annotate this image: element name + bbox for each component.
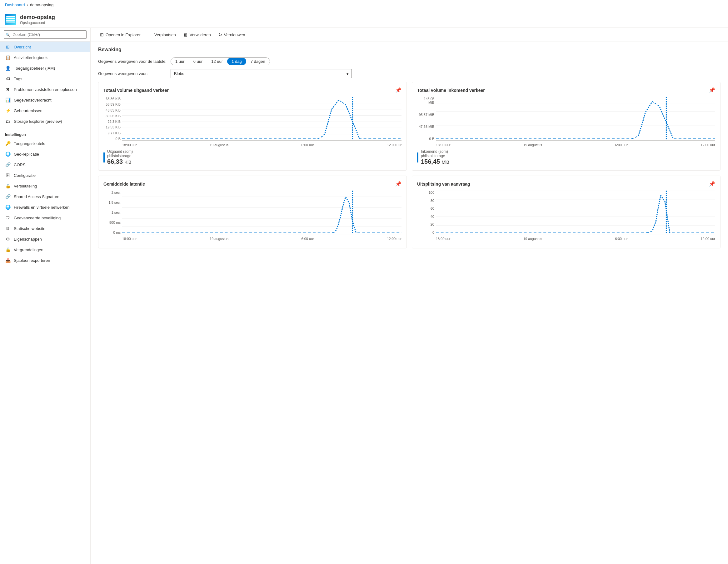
sidebar-section-instellingen: Instellingen: [0, 129, 90, 138]
delete-button[interactable]: 🗑 Verwijderen: [180, 30, 214, 39]
sidebar-item-problemen[interactable]: ✖ Problemen vaststellen en oplossen: [0, 84, 90, 95]
properties-icon: ⚙: [5, 236, 11, 242]
content-body: Bewaking Gegevens weergeven voor de laat…: [91, 42, 728, 253]
sidebar-item-vergrendelingen[interactable]: 🔒 Vergrendelingen: [0, 244, 90, 255]
security-icon: 🛡: [5, 215, 11, 221]
pin-icon-aanvraag[interactable]: 📌: [709, 181, 715, 187]
time-filter-label: Gegevens weergeven voor de laatste:: [98, 59, 167, 64]
sidebar-item-toegangssleutels[interactable]: 🔑 Toegangssleutels: [0, 138, 90, 149]
sidebar-item-label: Vergrendelingen: [14, 247, 43, 252]
sidebar-item-firewalls[interactable]: 🌐 Firewalls en virtuele netwerken: [0, 202, 90, 212]
chart-legend-uitgaand: Uitgaand (som) philstolstorage 66,33 KiB: [103, 149, 401, 165]
time-btn-6uur[interactable]: 6 uur: [189, 58, 207, 65]
sidebar-item-statische[interactable]: 🖥 Statische website: [0, 223, 90, 234]
legend-account-uitgaand: philstolstorage: [107, 154, 133, 158]
sidebar-item-overzicht[interactable]: ⊞ Overzicht: [0, 42, 90, 52]
sidebar-search-container: [0, 28, 90, 42]
firewall-icon: 🌐: [5, 204, 11, 210]
sidebar-item-label: Gegevensoverdracht: [14, 98, 52, 102]
sidebar-item-gebeurtenissen[interactable]: ⚡ Gebeurtenissen: [0, 105, 90, 116]
charts-grid: Totaal volume uitgaand verkeer 📌 68,36 K…: [98, 82, 721, 248]
sidebar-item-versleuteling[interactable]: 🔒 Versleuteling: [0, 181, 90, 191]
sidebar-item-storage-explorer[interactable]: 🗂 Storage Explorer (preview): [0, 116, 90, 127]
breadcrumb-separator: ›: [27, 2, 28, 7]
sidebar-item-label: Statische website: [14, 226, 45, 231]
sidebar-item-cors[interactable]: 🔗 CORS: [0, 159, 90, 170]
config-icon: 🗄: [5, 172, 11, 178]
breadcrumb: Dashboard › demo-opslag: [0, 0, 728, 10]
time-btn-12uur[interactable]: 12 uur: [207, 58, 227, 65]
chart-aanvraag: Uitsplitsing van aanvraag 📌 100 80 60 40…: [412, 176, 721, 248]
pin-icon-inkomend[interactable]: 📌: [709, 87, 715, 93]
refresh-label: Vernieuwen: [224, 32, 245, 37]
pin-icon-uitgaand[interactable]: 📌: [395, 87, 401, 93]
open-explorer-button[interactable]: ⊞ Openen in Explorer: [97, 30, 144, 39]
chart-x-labels-uitgaand: 18:00 uur 19 augustus 6:00 uur 12.00 uur: [122, 143, 401, 147]
page-header-text: demo-opslag Opslagaccount: [20, 14, 55, 25]
sidebar-item-activiteitenlogboek[interactable]: 📋 Activiteitenlogboek: [0, 52, 90, 63]
transfer-icon: 📊: [5, 97, 11, 103]
log-icon: 📋: [5, 55, 11, 60]
sidebar-item-gegevensoverdracht[interactable]: 📊 Gegevensoverdracht: [0, 95, 90, 105]
refresh-icon: ↻: [218, 32, 222, 37]
chart-header-latentie: Gemiddelde latentie 📌: [103, 181, 401, 187]
search-wrap: [4, 30, 87, 39]
sidebar-item-geavanceerde[interactable]: 🛡 Geavanceerde beveiliging: [0, 212, 90, 223]
sidebar-item-label: Geavanceerde beveiliging: [14, 216, 61, 220]
chart-title-uitgaand: Totaal volume uitgaand verkeer: [103, 88, 169, 93]
time-filter-row: Gegevens weergeven voor de laatste: 1 uu…: [98, 57, 721, 65]
export-icon: 📤: [5, 257, 11, 263]
chart-inkomend: Totaal volume inkomend verkeer 📌 143,05 …: [412, 82, 721, 171]
data-type-dropdown[interactable]: Blobs Files Tables Queues: [171, 69, 352, 78]
time-buttons: 1 uur 6 uur 12 uur 1 dag 7 dagen: [171, 57, 270, 65]
delete-icon: 🗑: [183, 32, 188, 37]
chart-area-inkomend: 143,05 MiB 95,37 MiB 47,68 MiB 0 B: [417, 97, 715, 147]
website-icon: 🖥: [5, 226, 11, 231]
delete-label: Verwijderen: [190, 32, 211, 37]
chart-title-aanvraag: Uitsplitsing van aanvraag: [417, 182, 470, 187]
chart-title-latentie: Gemiddelde latentie: [103, 182, 145, 187]
page-header: demo-opslag Opslagaccount: [0, 10, 728, 28]
time-btn-1dag[interactable]: 1 dag: [227, 58, 246, 65]
legend-text-inkomend: Inkomend (som) philstolstorage 156,45 Mi…: [421, 149, 449, 165]
chart-uitgaand: Totaal volume uitgaand verkeer 📌 68,36 K…: [98, 82, 407, 171]
legend-series-inkomend: Inkomend (som): [421, 149, 449, 154]
chart-area-latentie: 2 sec. 1,5 sec. 1 sec. 500 ms 0 ms: [103, 191, 401, 241]
time-btn-1uur[interactable]: 1 uur: [171, 58, 189, 65]
chart-plot-inkomend: [436, 97, 715, 141]
iam-icon: 👤: [5, 65, 11, 71]
sidebar-item-label: Overzicht: [14, 45, 31, 49]
overview-icon: ⊞: [5, 44, 11, 50]
sidebar-item-toegangsbeheer[interactable]: 👤 Toegangsbeheer (IAM): [0, 63, 90, 73]
lock-icon: 🔒: [5, 247, 11, 252]
open-explorer-label: Openen in Explorer: [106, 32, 141, 37]
sidebar-item-label: Toegangsbeheer (IAM): [14, 66, 55, 71]
breadcrumb-parent[interactable]: Dashboard: [5, 2, 25, 7]
tags-icon: 🏷: [5, 76, 11, 82]
chart-header-uitgaand: Totaal volume uitgaand verkeer 📌: [103, 87, 401, 93]
sidebar-item-sjabloon[interactable]: 📤 Sjabloon exporteren: [0, 255, 90, 266]
sidebar-item-shared-access[interactable]: 🔗 Shared Access Signature: [0, 191, 90, 202]
section-title: Bewaking: [98, 47, 721, 52]
move-button[interactable]: → Verplaatsen: [145, 30, 179, 39]
encrypt-icon: 🔒: [5, 183, 11, 189]
sidebar-item-eigenschappen[interactable]: ⚙ Eigenschappen: [0, 234, 90, 244]
search-input[interactable]: [4, 30, 87, 39]
data-filter-row: Gegevens weergeven voor: Blobs Files Tab…: [98, 69, 721, 78]
time-btn-7dagen[interactable]: 7 dagen: [246, 58, 270, 65]
legend-text-uitgaand: Uitgaand (som) philstolstorage 66,33 KiB: [107, 149, 133, 165]
pin-icon-latentie[interactable]: 📌: [395, 181, 401, 187]
troubleshoot-icon: ✖: [5, 87, 11, 92]
sidebar-item-configuratie[interactable]: 🗄 Configuratie: [0, 170, 90, 181]
sidebar-divider: [0, 128, 90, 128]
chart-plot-aanvraag: [436, 191, 715, 234]
page-title: demo-opslag: [20, 14, 55, 21]
sidebar-item-label: Geo-replicatie: [14, 152, 39, 157]
refresh-button[interactable]: ↻ Vernieuwen: [215, 30, 248, 39]
sidebar-item-label: Tags: [14, 77, 22, 81]
sidebar-item-geo-replicatie[interactable]: 🌐 Geo-replicatie: [0, 149, 90, 159]
sidebar-item-tags[interactable]: 🏷 Tags: [0, 73, 90, 84]
sidebar-item-label: Activiteitenlogboek: [14, 55, 47, 60]
legend-account-inkomend: philstolstorage: [421, 154, 449, 158]
storage-explorer-icon: 🗂: [5, 118, 11, 124]
